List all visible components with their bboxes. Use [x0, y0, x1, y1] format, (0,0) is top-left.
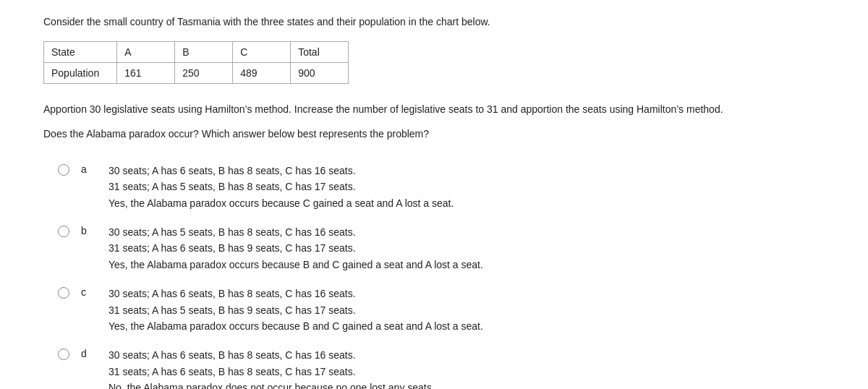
table-data-cell: 489	[233, 63, 291, 84]
option-line: 31 seats; A has 5 seats, B has 8 seats, …	[109, 179, 454, 194]
option-line: 31 seats; A has 6 seats, B has 8 seats, …	[109, 364, 435, 380]
option-label-c: c	[81, 286, 91, 298]
radio-option-d[interactable]	[58, 349, 69, 360]
option-label-b: b	[81, 224, 91, 236]
table-data-cell: 900	[291, 63, 349, 84]
table-header-cell: A	[117, 42, 175, 63]
table-header-cell: C	[233, 42, 291, 63]
option-line: 31 seats; A has 5 seats, B has 9 seats, …	[109, 302, 483, 318]
radio-option-c[interactable]	[58, 287, 69, 299]
option-label-a: a	[81, 163, 91, 175]
option-line: 30 seats; A has 6 seats, B has 8 seats, …	[109, 163, 454, 179]
option-line: 30 seats; A has 6 seats, B has 8 seats, …	[109, 347, 435, 363]
apportion-text: Apportion 30 legislative seats using Ham…	[43, 101, 825, 117]
option-row: d30 seats; A has 6 seats, B has 8 seats,…	[58, 347, 825, 389]
table-data-cell: 250	[175, 63, 233, 84]
option-row: c30 seats; A has 6 seats, B has 8 seats,…	[58, 286, 825, 334]
option-label-d: d	[81, 347, 91, 359]
table-header-cell: Total	[291, 42, 349, 63]
table-data-cell: 161	[117, 63, 175, 84]
option-line: Yes, the Alabama paradox occurs because …	[109, 318, 483, 334]
option-text-b: 30 seats; A has 5 seats, B has 8 seats, …	[109, 224, 483, 273]
radio-option-b[interactable]	[58, 226, 69, 237]
table-header-cell: B	[175, 42, 233, 63]
intro-text: Consider the small country of Tasmania w…	[43, 14, 825, 30]
option-text-d: 30 seats; A has 6 seats, B has 8 seats, …	[109, 347, 435, 389]
table-data-cell: Population	[44, 63, 117, 84]
option-line: 30 seats; A has 5 seats, B has 8 seats, …	[109, 224, 483, 240]
option-line: 31 seats; A has 6 seats, B has 9 seats, …	[109, 240, 483, 256]
options-container: a30 seats; A has 6 seats, B has 8 seats,…	[43, 163, 825, 389]
option-line: No, the Alabama paradox does not occur b…	[109, 380, 435, 389]
population-table: StateABCTotalPopulation161250489900	[43, 41, 349, 84]
option-text-c: 30 seats; A has 6 seats, B has 8 seats, …	[109, 286, 483, 334]
option-line: Yes, the Alabama paradox occurs because …	[109, 195, 454, 211]
radio-option-a[interactable]	[58, 164, 69, 176]
option-text-a: 30 seats; A has 6 seats, B has 8 seats, …	[109, 163, 454, 211]
table-header-cell: State	[44, 42, 117, 63]
option-row: b30 seats; A has 5 seats, B has 8 seats,…	[58, 224, 825, 273]
option-line: 30 seats; A has 6 seats, B has 8 seats, …	[109, 286, 483, 302]
paradox-text: Does the Alabama paradox occur? Which an…	[43, 126, 825, 142]
option-row: a30 seats; A has 6 seats, B has 8 seats,…	[58, 163, 825, 211]
option-line: Yes, the Alabama paradox occurs because …	[109, 257, 483, 273]
